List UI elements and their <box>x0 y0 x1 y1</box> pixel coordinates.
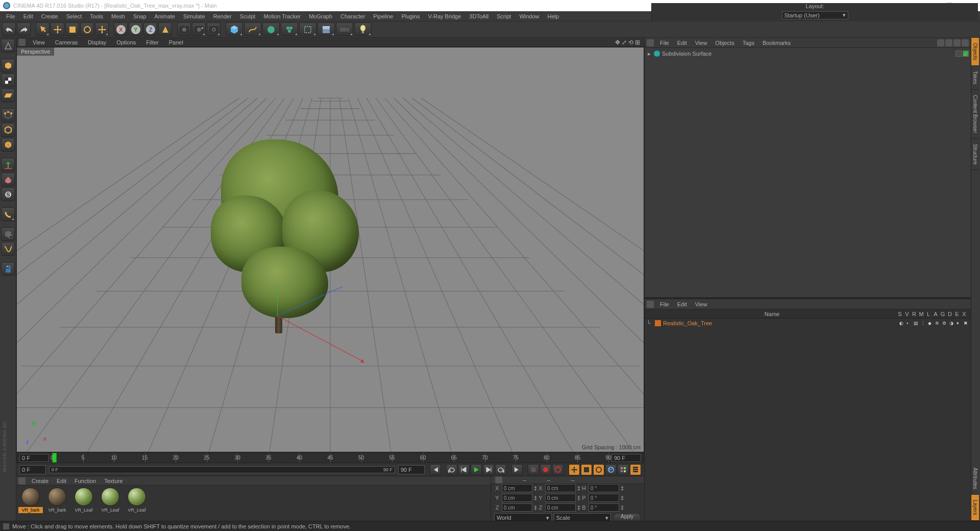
viewmenu-cameras[interactable]: Cameras <box>50 38 83 46</box>
menu-plugins[interactable]: Plugins <box>397 12 424 20</box>
x-axis-lock[interactable]: X <box>114 22 128 36</box>
size-z-input[interactable] <box>545 503 576 512</box>
obj-grip-icon[interactable] <box>647 39 654 46</box>
layer-d-icon[interactable]: ◑ <box>949 321 954 326</box>
pos-x-input[interactable] <box>502 484 532 492</box>
viewmenu-options[interactable]: Options <box>111 38 141 46</box>
model-mode[interactable] <box>1 59 15 73</box>
layer-r-icon[interactable]: ▤ <box>914 321 919 326</box>
layer-col-l[interactable]: L <box>925 311 932 317</box>
add-spline[interactable] <box>244 22 261 36</box>
record-button[interactable] <box>540 464 551 475</box>
size-x-input[interactable] <box>545 484 576 492</box>
layer-col-e[interactable]: E <box>953 311 961 317</box>
layer-color-swatch[interactable] <box>655 320 661 326</box>
frame-back-button[interactable] <box>458 464 470 475</box>
rot-h-input[interactable] <box>589 484 619 492</box>
matmenu-create[interactable]: Create <box>28 477 53 485</box>
soft-selection[interactable] <box>1 207 15 221</box>
key-rotate-icon[interactable] <box>593 464 604 475</box>
vtab-takes[interactable]: Takes <box>971 66 979 90</box>
menu-snap[interactable]: Snap <box>129 12 151 20</box>
matmenu-function[interactable]: Function <box>70 477 100 485</box>
undo-button[interactable] <box>2 22 16 36</box>
menu-v-ray-bridge[interactable]: V-Ray Bridge <box>424 12 465 20</box>
redo-button[interactable] <box>17 22 31 36</box>
autokey-button[interactable] <box>552 464 564 475</box>
layer-col-m[interactable]: M <box>918 311 925 317</box>
loop-button[interactable] <box>446 464 457 475</box>
layer-col-g[interactable]: G <box>939 311 946 317</box>
material-grip-icon[interactable] <box>18 477 26 485</box>
layer-x-icon[interactable]: ✖ <box>964 321 969 326</box>
layer-col-v[interactable]: V <box>903 311 911 317</box>
layer-col-s[interactable]: S <box>896 311 903 317</box>
menu-mesh[interactable]: Mesh <box>107 12 129 20</box>
material-1[interactable]: VR_bark <box>45 488 69 513</box>
layer-col-x[interactable]: X <box>961 311 968 317</box>
visibility-tag[interactable] <box>955 51 962 57</box>
last-tool[interactable] <box>95 22 109 36</box>
layer-g-icon[interactable]: ⚙ <box>942 321 947 326</box>
menu-render[interactable]: Render <box>209 12 236 20</box>
current-frame-field[interactable]: 0 F <box>19 465 46 474</box>
rot-b-input[interactable] <box>589 503 619 512</box>
attrmenu-edit[interactable]: Edit <box>673 300 691 308</box>
obj-search-icon[interactable] <box>937 39 944 46</box>
vtab-layers[interactable]: Layers <box>971 495 979 521</box>
layer-e-icon[interactable]: ▾ <box>957 321 962 326</box>
python-console[interactable] <box>1 262 15 276</box>
axis-tool[interactable] <box>1 158 15 172</box>
objmenu-tags[interactable]: Tags <box>739 39 758 47</box>
menu-motion-tracker[interactable]: Motion Tracker <box>259 12 305 20</box>
menu-3dtoall[interactable]: 3DToAll <box>465 12 493 20</box>
coord-grip-icon[interactable] <box>495 476 502 484</box>
material-3[interactable]: VR_Leaf <box>98 488 122 513</box>
add-cloner[interactable] <box>281 22 298 36</box>
select-tool[interactable] <box>36 22 50 36</box>
menu-tools[interactable]: Tools <box>86 12 107 20</box>
loop-fwd-button[interactable] <box>495 464 506 475</box>
object-name[interactable]: Subdivision Surface <box>662 51 712 57</box>
render-view[interactable] <box>177 22 191 36</box>
oak-tree-object[interactable] <box>206 129 354 333</box>
viewmenu-filter[interactable]: Filter <box>141 38 163 46</box>
record-disabled-icon[interactable] <box>528 464 539 475</box>
play-button[interactable] <box>471 464 482 475</box>
viewmenu-panel[interactable]: Panel <box>164 38 188 46</box>
material-4[interactable]: VR_Leaf <box>125 488 149 513</box>
objmenu-bookmarks[interactable]: Bookmarks <box>758 39 795 47</box>
matmenu-texture[interactable]: Texture <box>100 477 127 485</box>
layer-v-icon[interactable]: ▪ <box>906 321 912 326</box>
attrmenu-view[interactable]: View <box>691 300 712 308</box>
obj-view-icon[interactable] <box>945 39 952 46</box>
y-axis-lock[interactable]: Y <box>129 22 142 36</box>
add-light[interactable] <box>354 22 372 36</box>
viewmenu-view[interactable]: View <box>28 38 50 46</box>
coord-system[interactable] <box>158 22 172 36</box>
render-settings[interactable] <box>207 22 220 36</box>
object-tree[interactable]: ▸ Subdivision Surface ✓ <box>645 48 971 297</box>
layer-row[interactable]: └ Realistic_Oak_Tree ◐ ▪ ▤ ⋮ ◆ ✲ ⚙ ◑ ▾ ✖ <box>645 319 971 328</box>
menu-animate[interactable]: Animate <box>151 12 179 20</box>
move-tool[interactable] <box>51 22 64 36</box>
layer-col-a[interactable]: A <box>932 311 939 317</box>
layer-l-icon[interactable]: ◆ <box>928 321 933 326</box>
key-pla-icon[interactable] <box>618 464 629 475</box>
attr-grip-icon[interactable] <box>647 301 654 308</box>
size-y-input[interactable] <box>545 494 576 502</box>
menu-select[interactable]: Select <box>62 12 86 20</box>
perspective-viewport[interactable]: Perspective yxz Grid Spacing : 1000 cm <box>16 47 644 452</box>
menu-simulate[interactable]: Simulate <box>179 12 209 20</box>
material-0[interactable]: VR_bark <box>18 488 43 513</box>
menu-sculpt[interactable]: Sculpt <box>236 12 260 20</box>
make-editable[interactable] <box>1 39 15 53</box>
layer-col-d[interactable]: D <box>946 311 953 317</box>
keyframe-options[interactable] <box>630 464 641 475</box>
layout-selector[interactable]: Startup (User)▾ <box>782 11 848 19</box>
objmenu-objects[interactable]: Objects <box>711 39 738 47</box>
menu-file[interactable]: File <box>2 12 19 20</box>
point-mode[interactable] <box>1 108 15 122</box>
timeline-end-field[interactable]: 90 F <box>611 454 641 462</box>
menu-help[interactable]: Help <box>544 12 564 20</box>
